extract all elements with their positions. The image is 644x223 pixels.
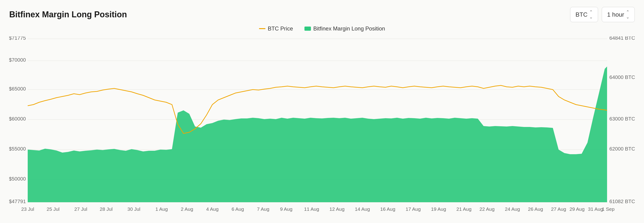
time-label: 1 hour [607,11,624,18]
svg-text:$65000: $65000 [9,86,26,92]
svg-text:$50000: $50000 [9,176,26,182]
currency-selector[interactable]: BTC ⌃⌄ [570,7,598,22]
chart-title: Bitfinex Margin Long Position [9,10,127,20]
svg-text:19 Aug: 19 Aug [431,206,446,212]
svg-text:31 Aug: 31 Aug [588,206,603,212]
svg-text:17 Aug: 17 Aug [406,206,420,212]
svg-text:30 Jul: 30 Jul [128,206,140,212]
svg-text:62000 BTC: 62000 BTC [610,146,635,152]
svg-text:21 Aug: 21 Aug [456,206,471,212]
svg-text:61082 BTC: 61082 BTC [610,198,635,204]
svg-text:1 Aug: 1 Aug [155,206,168,212]
svg-text:$55000: $55000 [9,146,26,152]
legend-label-margin: Bitfinex Margin Long Position [313,26,385,32]
svg-text:4 Aug: 4 Aug [206,206,218,212]
svg-text:$71775: $71775 [9,36,26,41]
svg-text:25 Jul: 25 Jul [47,206,60,212]
svg-text:27 Jul: 27 Jul [74,206,87,212]
time-chevron-icon: ⌃⌄ [626,10,630,20]
controls: BTC ⌃⌄ 1 hour ⌃⌄ [570,7,635,22]
svg-text:26 Aug: 26 Aug [528,206,543,212]
time-selector[interactable]: 1 hour ⌃⌄ [602,7,635,22]
svg-text:1 Sep: 1 Sep [602,206,615,212]
svg-text:27 Aug: 27 Aug [551,206,566,212]
currency-label: BTC [576,11,588,18]
currency-chevron-icon: ⌃⌄ [589,10,593,20]
svg-text:12 Aug: 12 Aug [330,206,344,212]
svg-text:7 Aug: 7 Aug [257,206,269,212]
margin-long-area [28,66,607,202]
svg-text:14 Aug: 14 Aug [355,206,370,212]
chart-area: $71775 $70000 $65000 $60000 $55000 $5000… [9,36,635,216]
svg-text:16 Aug: 16 Aug [380,206,395,212]
svg-text:9 Aug: 9 Aug [280,206,292,212]
legend-dot-margin [304,26,311,31]
legend-label-btc: BTC Price [268,26,293,32]
svg-text:$70000: $70000 [9,57,26,63]
legend: BTC Price Bitfinex Margin Long Position [9,26,635,32]
header-row: Bitfinex Margin Long Position BTC ⌃⌄ 1 h… [9,7,635,22]
legend-item-btc: BTC Price [259,26,293,32]
svg-text:$60000: $60000 [9,116,26,122]
svg-text:24 Aug: 24 Aug [505,206,520,212]
main-chart-svg: $71775 $70000 $65000 $60000 $55000 $5000… [9,36,635,216]
legend-item-margin: Bitfinex Margin Long Position [304,26,385,32]
svg-text:64841 BTC: 64841 BTC [610,36,635,41]
svg-text:28 Jul: 28 Jul [100,206,113,212]
legend-dot-btc [259,28,266,29]
svg-text:63000 BTC: 63000 BTC [610,116,635,122]
svg-text:6 Aug: 6 Aug [232,206,244,212]
svg-text:$47791: $47791 [9,198,26,204]
svg-text:2 Aug: 2 Aug [181,206,193,212]
chart-container: Bitfinex Margin Long Position BTC ⌃⌄ 1 h… [0,0,644,223]
svg-text:22 Aug: 22 Aug [480,206,494,212]
svg-text:23 Jul: 23 Jul [21,206,34,212]
svg-text:29 Aug: 29 Aug [570,206,584,212]
svg-text:11 Aug: 11 Aug [304,206,319,212]
svg-text:64000 BTC: 64000 BTC [610,74,635,80]
